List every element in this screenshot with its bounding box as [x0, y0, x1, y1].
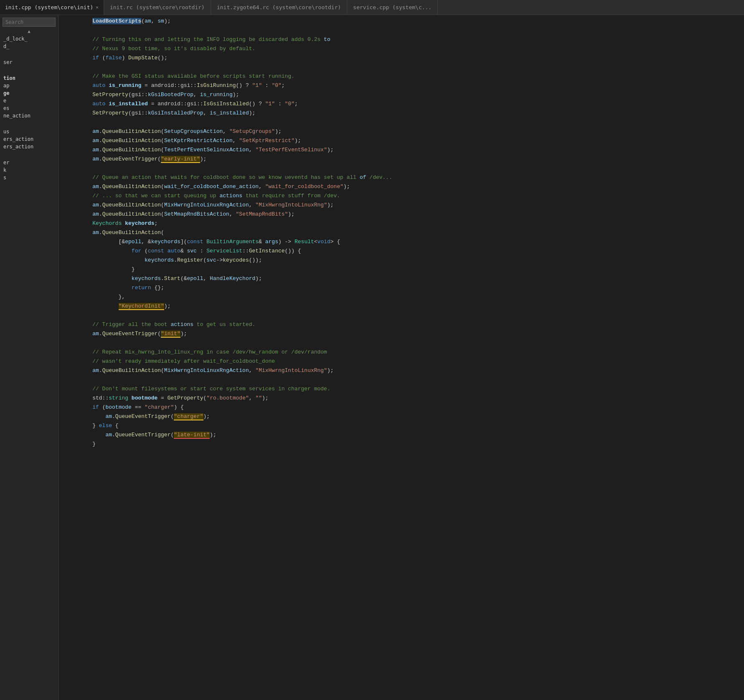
code-line-if-false: if (false) DumpState();: [58, 53, 744, 63]
sidebar-scroll-up[interactable]: ▲: [0, 28, 58, 35]
sidebar: ▲ _d_lock_ d_ ser tion ap ge e es ne_act…: [0, 15, 58, 700]
code-line-cmt5: // ... so that we can start queuing up a…: [58, 191, 744, 201]
code-line-blank7: [58, 375, 744, 384]
code-line-else: } else {: [58, 421, 744, 430]
code-line-blank3: [58, 118, 744, 127]
code-line-auto1: auto is_running = android::gsi::IsGsiRun…: [58, 81, 744, 90]
code-content: LoadBootScripts(am, sm); // Turning this…: [58, 15, 744, 451]
code-line-for-close: }: [58, 265, 744, 274]
code-line-queue-mhwrng2: am.QueueBuiltinAction(MixHwrngIntoLinuxR…: [58, 366, 744, 375]
code-line-queue1: am.QueueBuiltinAction(SetupCgroupsAction…: [58, 127, 744, 136]
code-line-cmt1: // Turning this on and letting the INFO …: [58, 35, 744, 44]
sidebar-item[interactable]: d_: [0, 43, 58, 50]
code-line-queueevent1: am.QueueEventTrigger("early-init");: [58, 155, 744, 164]
sidebar-item[interactable]: ap: [0, 82, 58, 89]
tab-service-cpp[interactable]: service.cpp (system\c...: [347, 0, 438, 15]
search-input[interactable]: [3, 18, 56, 27]
code-line-cmt-trigger-boot: // Trigger all the boot actions to get u…: [58, 320, 744, 329]
code-line-blank5: [58, 311, 744, 320]
code-line-cmt-repeat: // Repeat mix_hwrng_into_linux_rng in ca…: [58, 348, 744, 357]
code-line-blank1: [58, 26, 744, 35]
sidebar-item[interactable]: k: [0, 166, 58, 174]
code-line-if-close: }: [58, 440, 744, 449]
code-line-blank4: [58, 164, 744, 173]
tab-init-rc[interactable]: init.rc (system\core\rootdir): [104, 0, 211, 15]
tab-bar: init.cpp (system\core\init) ✕ init.rc (s…: [0, 0, 744, 15]
code-line-cmt4: // Queue an action that waits for coldbo…: [58, 173, 744, 182]
sidebar-items: _d_lock_ d_ ser tion ap ge e es ne_actio…: [0, 35, 58, 700]
code-line-queue-charger: am.QueueEventTrigger("charger");: [58, 412, 744, 421]
tab-label: init.rc (system\core\rootdir): [110, 4, 205, 10]
code-line-keychords-decl: Keychords keychords;: [58, 219, 744, 228]
tab-init-cpp[interactable]: init.cpp (system\core\init) ✕: [0, 0, 104, 15]
code-line-queue-setmmap: am.QueueBuiltinAction(SetMmapRndBitsActi…: [58, 210, 744, 219]
close-icon[interactable]: ✕: [96, 5, 99, 10]
code-line-setprop1: SetProperty(gsi::kGsiBootedProp, is_runn…: [58, 90, 744, 99]
sidebar-item[interactable]: ers_action: [0, 143, 58, 150]
tab-label: service.cpp (system\c...: [353, 4, 432, 10]
sidebar-item[interactable]: er: [0, 159, 58, 166]
tab-init-zygote[interactable]: init.zygote64.rc (system\core\rootdir): [211, 0, 347, 15]
code-line-if-charger: if (bootmode == "charger") {: [58, 403, 744, 412]
sidebar-item[interactable]: _d_lock_: [0, 35, 58, 43]
code-line-queue2: am.QueueBuiltinAction(SetKptrRestrictAct…: [58, 136, 744, 145]
code-line-queue-builtin-open: am.QueueBuiltinAction(: [58, 228, 744, 237]
code-line-blank6: [58, 339, 744, 348]
code-line-blank2: [58, 63, 744, 72]
sidebar-item[interactable]: us: [0, 128, 58, 135]
code-line-cmt-wasnt-ready: // wasn't ready immediately after wait_f…: [58, 357, 744, 366]
code-line-lambda-close: },: [58, 293, 744, 302]
sidebar-item[interactable]: ge: [0, 89, 58, 97]
code-line-queue-coldboot: am.QueueBuiltinAction(wait_for_coldboot_…: [58, 182, 744, 191]
code-line-cmt-charger: // Don't mount filesystems or start core…: [58, 384, 744, 394]
code-line-queue3: am.QueueBuiltinAction(TestPerfEventSelin…: [58, 145, 744, 155]
tab-label: init.cpp (system\core\init): [5, 4, 93, 10]
sidebar-item[interactable]: ers_action: [0, 135, 58, 143]
code-line-queue-mhwrng1: am.QueueBuiltinAction(MixHwrngIntoLinuxR…: [58, 201, 744, 210]
code-line-bootmode: std::string bootmode = GetProperty("ro.b…: [58, 394, 744, 403]
sidebar-item[interactable]: e: [0, 97, 58, 104]
code-line-keychords-reg: keychords.Register(svc->keycodes());: [58, 256, 744, 265]
code-line-cmt2: // Nexus 9 boot time, so it's disabled b…: [58, 44, 744, 53]
sidebar-search: [0, 15, 58, 28]
code-line-for: for (const auto& svc : ServiceList::GetI…: [58, 247, 744, 256]
code-line-queue-init: am.QueueEventTrigger("init");: [58, 329, 744, 339]
sidebar-item[interactable]: ser: [0, 59, 58, 66]
sidebar-item[interactable]: tion: [0, 74, 58, 82]
main-layout: ▲ _d_lock_ d_ ser tion ap ge e es ne_act…: [0, 15, 744, 700]
sidebar-item[interactable]: ne_action: [0, 112, 58, 120]
code-line-queue-late-init: am.QueueEventTrigger("late-init");: [58, 430, 744, 440]
code-line-return: return {};: [58, 283, 744, 293]
code-line-cmt3: // Make the GSI status available before …: [58, 72, 744, 81]
code-line-keychordinit: "KeychordInit");: [58, 302, 744, 311]
code-line-lambda-decl: [&epoll, &keychords](const BuiltinArgume…: [58, 237, 744, 247]
sidebar-item[interactable]: s: [0, 174, 58, 181]
tab-label: init.zygote64.rc (system\core\rootdir): [217, 4, 341, 10]
code-editor[interactable]: LoadBootScripts(am, sm); // Turning this…: [58, 15, 744, 700]
code-line-setprop2: SetProperty(gsi::kGsiInstalledProp, is_i…: [58, 109, 744, 118]
code-line-1: LoadBootScripts(am, sm);: [58, 17, 744, 26]
code-line-auto2: auto is_installed = android::gsi::IsGsiI…: [58, 99, 744, 109]
code-line-keychords-start: keychords.Start(&epoll, HandleKeychord);: [58, 274, 744, 283]
sidebar-item[interactable]: es: [0, 104, 58, 112]
